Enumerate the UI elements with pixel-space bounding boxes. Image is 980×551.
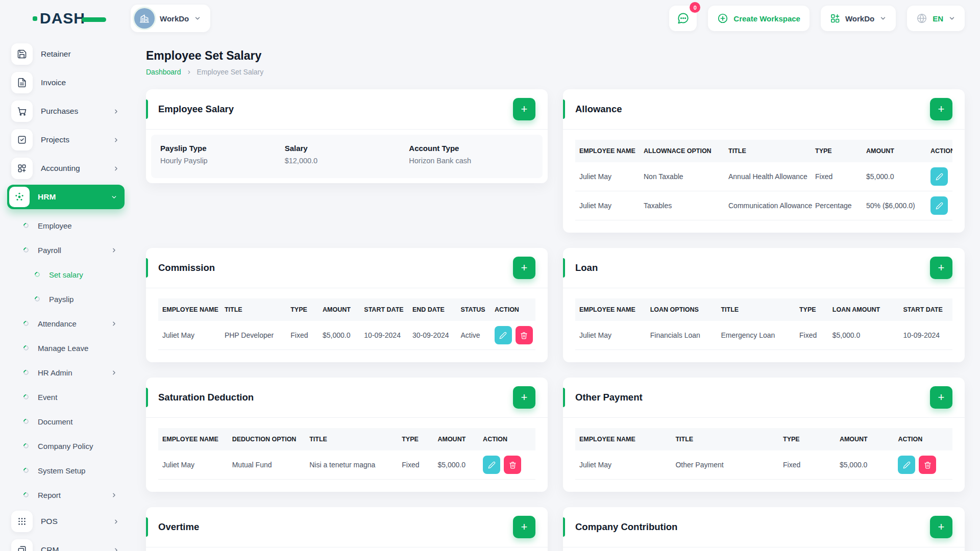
sidebar-item-retainer[interactable]: Retainer	[7, 40, 125, 68]
breadcrumb-dashboard-link[interactable]: Dashboard	[146, 68, 181, 76]
add-overtime-button[interactable]: +	[513, 516, 535, 538]
column-header: TYPE	[286, 298, 318, 321]
bullet-icon	[34, 295, 41, 303]
submenu-item-hr-admin[interactable]: HR Admin	[7, 360, 125, 385]
topbar-actions: 0 Create Workspace WorkDo EN	[669, 6, 965, 31]
card-header: Loan +	[563, 248, 965, 288]
table-header-row: EMPLOYEE NAME ALLOWNACE OPTION TITLE TYP…	[575, 140, 952, 162]
pencil-icon	[936, 202, 943, 210]
cell: $5,000.0	[828, 321, 899, 349]
brand-logo[interactable]: DASH	[0, 11, 131, 26]
submenu-item-system-setup[interactable]: System Setup	[7, 458, 125, 483]
cell: Communication Allowance	[724, 191, 811, 220]
bullet-icon	[22, 344, 30, 352]
submenu-item-manage-leave[interactable]: Manage Leave	[7, 336, 125, 360]
table-row: Juliet May Mutual Fund Nisi a tenetur ma…	[158, 450, 535, 480]
table-header-row: EMPLOYEE NAME LOAN OPTIONS TITLE TYPE LO…	[575, 298, 952, 321]
cell: Juliet May	[158, 450, 228, 480]
field-salary: Salary $12,000.0	[285, 144, 409, 165]
language-selector[interactable]: EN	[907, 6, 965, 31]
edit-button[interactable]	[483, 456, 500, 474]
column-header: EMPLOYEE NAME	[575, 298, 646, 321]
add-saturation-deduction-button[interactable]: +	[513, 386, 535, 409]
chevron-right-icon	[113, 547, 119, 551]
bullet-icon	[22, 320, 30, 327]
sidebar-item-label: Accounting	[41, 164, 80, 173]
cell: $5,000.0	[862, 162, 926, 191]
cell: Juliet May	[158, 321, 220, 350]
column-header: ACTION	[479, 428, 535, 450]
create-workspace-button[interactable]: Create Workspace	[708, 6, 810, 31]
submenu-item-report[interactable]: Report	[7, 483, 125, 507]
sidebar-item-purchases[interactable]: Purchases	[7, 97, 125, 126]
other-payment-table: EMPLOYEE NAME TITLE TYPE AMOUNT ACTION J…	[575, 428, 952, 480]
chevron-right-icon	[113, 518, 119, 525]
sidebar-item-invoice[interactable]: Invoice	[7, 68, 125, 97]
cell: 50% ($6,000.0)	[862, 191, 926, 220]
cell: 10-09-2024	[899, 321, 952, 349]
submenu-item-label: Payroll	[38, 246, 61, 255]
cell: Emergency Loan	[717, 321, 795, 349]
cell: Juliet May	[575, 450, 671, 480]
edit-button[interactable]	[898, 456, 915, 474]
cell: Fixed	[286, 321, 318, 350]
add-other-payment-button[interactable]: +	[930, 386, 952, 409]
cell: Fixed	[795, 321, 828, 349]
column-header: ACTION	[926, 140, 952, 162]
messages-button[interactable]: 0	[669, 6, 697, 31]
icon-box	[11, 539, 33, 551]
trash-icon	[520, 332, 528, 339]
delete-button[interactable]	[504, 456, 521, 474]
apps-menu-button[interactable]: WorkDo	[821, 6, 896, 31]
sidebar-item-accounting[interactable]: Accounting	[7, 154, 125, 183]
edit-button[interactable]	[495, 326, 512, 344]
saturation-table-wrap: EMPLOYEE NAME DEDUCTION OPTION TITLE TYP…	[158, 428, 535, 480]
chevron-right-icon	[113, 108, 119, 115]
company-contribution-card: Company Contribution +	[563, 507, 965, 551]
commission-card: Commission + EMPLOYEE NAME TITLE TYPE AM…	[146, 248, 548, 362]
field-label: Salary	[285, 144, 409, 153]
chat-icon	[676, 12, 690, 25]
cell: Juliet May	[575, 321, 646, 349]
icon-box	[9, 187, 30, 207]
submenu-item-company-policy[interactable]: Company Policy	[7, 434, 125, 458]
delete-button[interactable]	[919, 456, 936, 474]
column-header: LOAN OPTIONS	[646, 298, 717, 321]
column-header: ACTION	[894, 428, 952, 450]
submenu-item-event[interactable]: Event	[7, 385, 125, 409]
add-commission-button[interactable]: +	[513, 257, 535, 279]
card-title: Saturation Deduction	[158, 392, 254, 403]
delete-button[interactable]	[516, 326, 533, 344]
submenu-item-label: Report	[38, 491, 61, 499]
sidebar-item-pos[interactable]: POS	[7, 507, 125, 536]
sidebar-item-projects[interactable]: Projects	[7, 126, 125, 154]
submenu-item-label: System Setup	[38, 466, 85, 475]
trash-icon	[509, 461, 517, 469]
plus-icon: +	[938, 104, 945, 115]
overtime-card: Overtime +	[146, 507, 548, 551]
add-company-contribution-button[interactable]: +	[930, 516, 952, 538]
submenu-item-payslip[interactable]: Payslip	[7, 287, 125, 311]
sidebar-item-hrm[interactable]: HRM	[7, 185, 125, 209]
submenu-item-employee[interactable]: Employee	[7, 213, 125, 238]
pencil-icon	[488, 461, 496, 469]
submenu-item-document[interactable]: Document	[7, 409, 125, 434]
add-loan-button[interactable]: +	[930, 257, 952, 279]
submenu-item-label: Manage Leave	[38, 344, 88, 353]
allowance-table: EMPLOYEE NAME ALLOWNACE OPTION TITLE TYP…	[575, 140, 952, 220]
submenu-item-attendance[interactable]: Attendance	[7, 311, 125, 336]
hrm-community-icon	[14, 191, 25, 203]
sidebar-item-crm[interactable]: CRM	[7, 536, 125, 551]
submenu-item-set-salary[interactable]: Set salary	[7, 262, 125, 287]
submenu-item-payroll[interactable]: Payroll	[7, 238, 125, 262]
add-allowance-button[interactable]: +	[930, 98, 952, 120]
workspace-selector[interactable]: WorkDo	[131, 5, 210, 32]
pencil-icon	[936, 173, 943, 181]
submenu-item-label: Employee	[38, 221, 72, 230]
edit-button[interactable]	[930, 196, 948, 215]
plus-icon: +	[521, 104, 528, 115]
column-header: START DATE	[360, 298, 408, 321]
add-employee-salary-button[interactable]: +	[513, 98, 535, 120]
trash-icon	[924, 461, 932, 469]
edit-button[interactable]	[930, 167, 948, 186]
